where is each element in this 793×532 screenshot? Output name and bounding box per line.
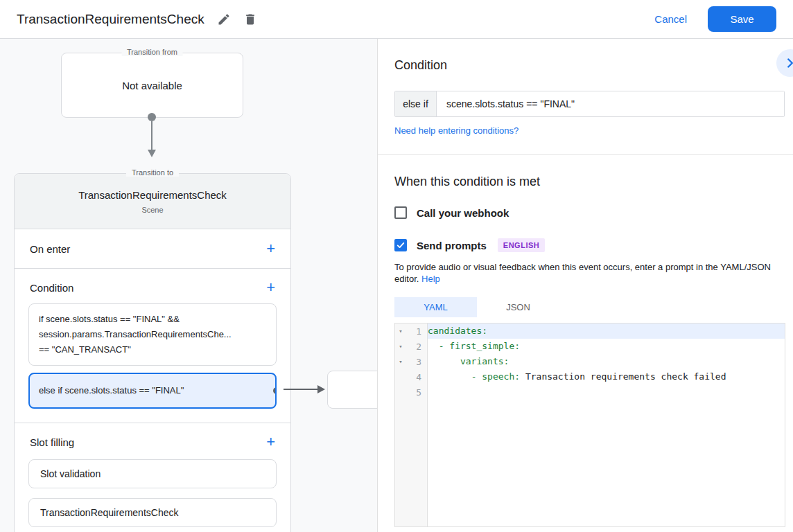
- condition-section-label: Condition: [30, 282, 73, 294]
- condition-item-else-if-selected[interactable]: else if scene.slots.status == "FINAL": [28, 373, 277, 409]
- cancel-button[interactable]: Cancel: [654, 13, 687, 25]
- delete-scene-button[interactable]: [243, 12, 257, 26]
- fold-icon[interactable]: ▾: [395, 343, 406, 350]
- page-title: TransactionRequirementsCheck: [17, 12, 204, 27]
- transition-from-value: Not available: [122, 80, 182, 91]
- line-number: 3: [406, 357, 427, 367]
- trash-icon: [243, 12, 257, 26]
- connector-arrowhead: [148, 150, 156, 157]
- collapse-panel-button[interactable]: [776, 49, 793, 77]
- panel-divider: [378, 154, 793, 155]
- condition-expression-input[interactable]: [437, 91, 784, 116]
- scene-card: Transition to TransactionRequirementsChe…: [14, 173, 291, 532]
- code-line[interactable]: variants:: [428, 354, 785, 369]
- call-webhook-row[interactable]: Call your webhook: [394, 206, 793, 219]
- code-line[interactable]: [428, 384, 785, 400]
- transition-to-legend: Transition to: [126, 168, 179, 177]
- line-number: 5: [406, 387, 427, 398]
- save-button[interactable]: Save: [708, 6, 776, 32]
- condition-expression-row: else if: [394, 91, 785, 117]
- transition-line: [284, 389, 317, 390]
- flow-canvas: Transition from Not available Transition…: [0, 39, 377, 532]
- pencil-icon: [217, 12, 231, 26]
- editor-code[interactable]: candidates: - first_simple: variants: - …: [428, 323, 785, 526]
- condition-editor-panel: Condition else if Need help entering con…: [377, 39, 793, 532]
- panel-title: Condition: [394, 58, 793, 73]
- code-line[interactable]: - speech: Transaction requirements check…: [428, 369, 785, 384]
- call-webhook-label: Call your webhook: [417, 207, 509, 219]
- condition-section: Condition + if scene.slots.status == "FI…: [15, 269, 290, 423]
- call-webhook-checkbox[interactable]: [394, 206, 407, 219]
- transition-target-box: [327, 371, 377, 409]
- line-number: 4: [406, 372, 427, 382]
- scene-type-label: Scene: [141, 206, 163, 214]
- add-on-enter-button[interactable]: +: [266, 241, 275, 256]
- send-prompts-checkbox[interactable]: [394, 239, 407, 251]
- send-prompts-label: Send prompts: [417, 240, 487, 251]
- top-bar: TransactionRequirementsCheck Cancel Save: [0, 0, 793, 39]
- transition-from-box: Transition from Not available: [61, 53, 243, 118]
- tab-json[interactable]: JSON: [477, 297, 559, 317]
- scene-card-header[interactable]: TransactionRequirementsCheck Scene: [15, 174, 290, 229]
- connector-dot: [148, 113, 156, 121]
- on-enter-label: On enter: [30, 243, 70, 255]
- else-if-prefix: else if: [395, 91, 437, 116]
- screen: TransactionRequirementsCheck Cancel Save…: [0, 0, 793, 532]
- code-line[interactable]: - first_simple:: [428, 339, 785, 354]
- editor-gutter: ▾1▾2▾345: [395, 323, 428, 526]
- help-link[interactable]: Help: [421, 274, 440, 284]
- slot-filling-section: Slot filling + Slot validation Transacti…: [15, 423, 290, 527]
- prompt-description: To provide audio or visual feedback when…: [394, 261, 785, 285]
- fold-icon[interactable]: ▾: [395, 328, 406, 335]
- slot-filling-label: Slot filling: [30, 436, 74, 448]
- on-enter-row: On enter +: [15, 229, 290, 269]
- check-icon: [396, 240, 406, 250]
- condition-else-if-text: else if scene.slots.status == "FINAL": [39, 385, 184, 396]
- language-badge: ENGLISH: [498, 238, 545, 252]
- condition-help-link[interactable]: Need help entering conditions?: [394, 125, 518, 136]
- slot-item-validation[interactable]: Slot validation: [28, 459, 277, 488]
- transition-from-legend: Transition from: [121, 48, 183, 56]
- fold-icon[interactable]: ▾: [395, 358, 406, 365]
- transition-arrowhead: [317, 385, 325, 393]
- condition-met-title: When this condition is met: [394, 175, 793, 189]
- line-number: 2: [406, 342, 427, 352]
- tab-yaml[interactable]: YAML: [394, 297, 477, 317]
- chevron-right-icon: [783, 55, 793, 71]
- condition-connector-dot: [273, 387, 277, 394]
- yaml-editor[interactable]: ▾1▾2▾345 candidates: - first_simple: var…: [394, 323, 785, 527]
- send-prompts-row[interactable]: Send prompts ENGLISH: [394, 238, 793, 252]
- edit-title-button[interactable]: [217, 12, 231, 26]
- condition-item-if[interactable]: if scene.slots.status == "FINAL" && sess…: [28, 303, 277, 366]
- connector-line: [151, 121, 152, 150]
- add-condition-button[interactable]: +: [266, 280, 275, 295]
- slot-item-transaction-check[interactable]: TransactionRequirementsCheck: [28, 498, 277, 527]
- code-line[interactable]: candidates:: [428, 323, 785, 339]
- scene-name: TransactionRequirementsCheck: [78, 189, 227, 201]
- add-slot-button[interactable]: +: [266, 434, 275, 450]
- editor-tabs: YAML JSON: [394, 297, 793, 317]
- line-number: 1: [406, 326, 427, 337]
